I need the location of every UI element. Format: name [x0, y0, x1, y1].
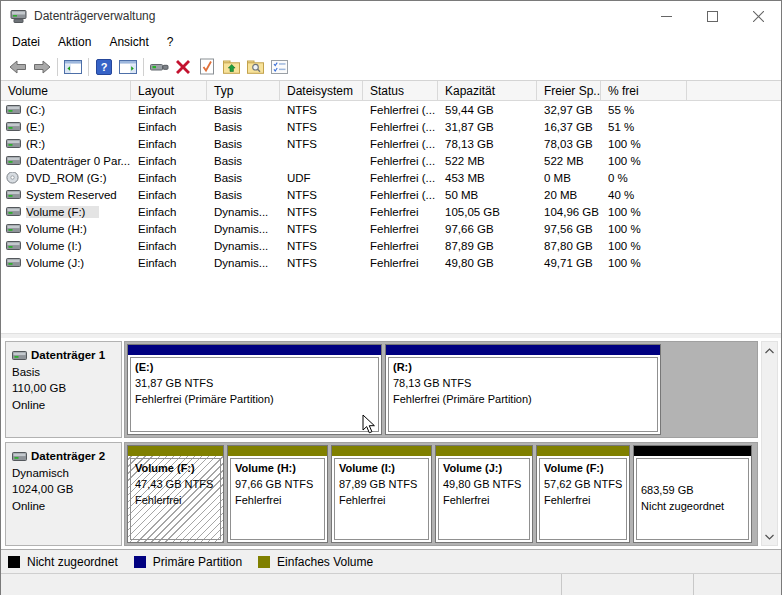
cell-dateisystem: NTFS — [280, 138, 363, 150]
disk-size: 1024,00 GB — [12, 481, 116, 498]
folder-search-icon[interactable] — [243, 55, 267, 79]
menu-ansicht[interactable]: Ansicht — [100, 32, 157, 52]
partition-color-bar — [436, 446, 532, 456]
column-header-status[interactable]: Status — [363, 81, 438, 101]
table-row[interactable]: Volume (I:)EinfachDynamis...NTFSFehlerfr… — [1, 237, 781, 254]
cell-volume: System Reserved — [1, 189, 131, 201]
cell-status: Fehlerfrei (... — [363, 104, 438, 116]
cell-layout: Einfach — [131, 189, 207, 201]
table-row[interactable]: (C:)EinfachBasisNTFSFehlerfrei (...59,44… — [1, 101, 781, 118]
table-row[interactable]: (R:)EinfachBasisNTFSFehlerfrei (...78,13… — [1, 135, 781, 152]
volume-name: System Reserved — [26, 189, 117, 201]
partition-box[interactable]: Volume (F:)57,62 GB NTFSFehlerfrei — [536, 445, 630, 543]
partition-status: Fehlerfrei — [443, 493, 525, 509]
cell-kapazitaet: 522 MB — [438, 155, 537, 167]
cell-status: Fehlerfrei (... — [363, 189, 438, 201]
scroll-up-icon[interactable] — [761, 342, 778, 359]
column-header-volume[interactable]: Volume — [1, 81, 131, 101]
properties-list-icon[interactable] — [267, 55, 291, 79]
cell-typ: Basis — [207, 104, 280, 116]
graph-scrollbar[interactable] — [761, 341, 778, 546]
table-row[interactable]: Volume (F:)EinfachDynamis...NTFSFehlerfr… — [1, 203, 781, 220]
disk-icon — [12, 450, 28, 462]
partition-status: Fehlerfrei (Primäre Partition) — [135, 392, 374, 408]
cell-kapazitaet: 50 MB — [438, 189, 537, 201]
partition-status: Fehlerfrei — [544, 493, 622, 509]
table-row[interactable]: Volume (H:)EinfachDynamis...NTFSFehlerfr… — [1, 220, 781, 237]
partition-label: Volume (F:) — [544, 461, 622, 477]
cell-prozent_frei: 100 % — [601, 155, 687, 167]
unallocated-region[interactable]: 683,59 GBNicht zugeordnet — [633, 445, 752, 543]
partition-size: 49,80 GB NTFS — [443, 477, 525, 493]
cell-volume: (C:) — [1, 104, 131, 116]
column-header-kapazitaet[interactable]: Kapazität — [438, 81, 537, 101]
cell-status: Fehlerfrei — [363, 240, 438, 252]
partition-box[interactable]: Volume (H:)97,66 GB NTFSFehlerfrei — [227, 445, 328, 543]
cell-freier_speicher: 522 MB — [537, 155, 601, 167]
disk-icon — [6, 104, 22, 116]
legend-item: Einfaches Volume — [258, 555, 373, 569]
console-tree-icon[interactable] — [61, 55, 85, 79]
partition-box[interactable]: (E:)31,87 GB NTFSFehlerfrei (Primäre Par… — [127, 344, 382, 435]
table-row[interactable]: System ReservedEinfachBasisNTFSFehlerfre… — [1, 186, 781, 203]
disk-icon — [6, 189, 22, 201]
menu-hilfe[interactable]: ? — [158, 32, 183, 52]
rescan-disks-icon[interactable] — [147, 55, 171, 79]
folder-up-icon[interactable] — [219, 55, 243, 79]
partition-size: 31,87 GB NTFS — [135, 376, 374, 392]
cell-status: Fehlerfrei (... — [363, 138, 438, 150]
action-pane-icon[interactable] — [116, 55, 140, 79]
maximize-button[interactable] — [689, 1, 735, 31]
cell-prozent_frei: 100 % — [601, 138, 687, 150]
app-disk-icon — [10, 9, 27, 24]
column-header-layout[interactable]: Layout — [131, 81, 207, 101]
partition-box[interactable]: (R:)78,13 GB NTFSFehlerfrei (Primäre Par… — [385, 344, 661, 435]
table-row[interactable]: (E:)EinfachBasisNTFSFehlerfrei (...31,87… — [1, 118, 781, 135]
scroll-down-icon[interactable] — [761, 528, 778, 545]
forward-arrow-icon[interactable] — [30, 55, 54, 79]
disk-info-panel[interactable]: Datenträger 1Basis110,00 GBOnline — [5, 341, 122, 438]
partition-box[interactable]: Volume (F:)47,43 GB NTFSFehlerfrei — [127, 445, 224, 543]
legend-swatch — [258, 556, 270, 568]
cell-layout: Einfach — [131, 206, 207, 218]
cell-typ: Basis — [207, 138, 280, 150]
cell-volume: (R:) — [1, 138, 131, 150]
cell-freier_speicher: 49,71 GB — [537, 257, 601, 269]
help-icon[interactable]: ? — [92, 55, 116, 79]
table-row[interactable]: DVD_ROM (G:)EinfachBasisUDFFehlerfrei (.… — [1, 169, 781, 186]
disk-info-panel[interactable]: Datenträger 2Dynamisch1024,00 GBOnline — [5, 442, 122, 546]
table-row[interactable]: Volume (J:)EinfachDynamis...NTFSFehlerfr… — [1, 254, 781, 271]
menu-datei[interactable]: Datei — [3, 32, 49, 52]
toolbar-separator — [143, 58, 144, 76]
cell-freier_speicher: 97,56 GB — [537, 223, 601, 235]
cell-status: Fehlerfrei (... — [363, 172, 438, 184]
cell-freier_speicher: 87,80 GB — [537, 240, 601, 252]
legend-label: Primäre Partition — [153, 555, 242, 569]
legend-item: Nicht zugeordnet — [8, 555, 118, 569]
volume-table-body: (C:)EinfachBasisNTFSFehlerfrei (...59,44… — [1, 101, 781, 271]
legend-label: Einfaches Volume — [277, 555, 373, 569]
partition-label: (R:) — [393, 360, 653, 376]
column-header-freier_speicher[interactable]: Freier Sp... — [537, 81, 601, 101]
column-header-typ[interactable]: Typ — [207, 81, 280, 101]
cell-prozent_frei: 100 % — [601, 206, 687, 218]
partition-body: Volume (F:)47,43 GB NTFSFehlerfrei — [130, 458, 221, 540]
check-document-icon[interactable] — [195, 55, 219, 79]
cell-layout: Einfach — [131, 223, 207, 235]
partition-box[interactable]: Volume (J:)49,80 GB NTFSFehlerfrei — [435, 445, 533, 543]
cell-volume: Volume (I:) — [1, 240, 131, 252]
partition-status: Fehlerfrei (Primäre Partition) — [393, 392, 653, 408]
statusbar-section — [562, 574, 694, 595]
back-arrow-icon[interactable] — [6, 55, 30, 79]
minimize-button[interactable] — [643, 1, 689, 31]
column-header-prozent_frei[interactable]: % frei — [601, 81, 687, 101]
partition-label: Volume (F:) — [135, 461, 216, 477]
delete-volume-icon[interactable] — [171, 55, 195, 79]
close-button[interactable] — [735, 1, 781, 31]
table-row[interactable]: (Datenträger 0 Par...EinfachBasisFehlerf… — [1, 152, 781, 169]
partition-status: Nicht zugeordnet — [641, 499, 744, 515]
menu-aktion[interactable]: Aktion — [49, 32, 100, 52]
column-header-dateisystem[interactable]: Dateisystem — [280, 81, 363, 101]
partition-body: Volume (F:)57,62 GB NTFSFehlerfrei — [539, 458, 627, 540]
partition-box[interactable]: Volume (I:)87,89 GB NTFSFehlerfrei — [331, 445, 432, 543]
